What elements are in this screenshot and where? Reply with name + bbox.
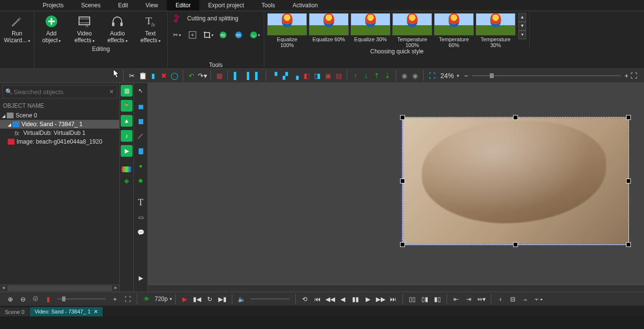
dist-h-button[interactable]: ◧ bbox=[301, 70, 312, 81]
prev-frame-button[interactable]: ▮◀ bbox=[191, 294, 204, 304]
cut-button[interactable]: ✂ bbox=[127, 70, 137, 81]
quick-style-1[interactable]: Equalize 60% bbox=[309, 13, 349, 48]
marker-b-button[interactable]: ▯▮ bbox=[419, 294, 431, 304]
tree-node-1[interactable]: ◢ Video: Sand - 73847_ 1 bbox=[0, 120, 119, 129]
crop-button[interactable] bbox=[203, 30, 213, 40]
sidebar-hscroll[interactable]: ◄► bbox=[0, 284, 119, 292]
tl-fit-button[interactable]: ⦾ bbox=[29, 294, 42, 304]
layers-a-button[interactable]: ◉ bbox=[399, 70, 410, 81]
canvas[interactable] bbox=[148, 83, 644, 292]
selected-clip[interactable] bbox=[402, 117, 629, 245]
quick-style-3[interactable]: Temperature100% bbox=[392, 13, 432, 48]
fit-button[interactable]: ⛶ bbox=[427, 70, 437, 81]
search-box[interactable]: 🔍 ✕ bbox=[2, 85, 117, 99]
menu-edit[interactable]: Edit bbox=[109, 0, 137, 11]
move-tool-button[interactable]: ✥ bbox=[121, 176, 132, 187]
menu-projects[interactable]: Projects bbox=[34, 0, 72, 11]
range-button[interactable]: ⇔▾ bbox=[475, 294, 488, 304]
step-fwd-button[interactable]: ▶ bbox=[362, 294, 374, 304]
menu-editor[interactable]: Editor bbox=[167, 0, 199, 11]
marker-c-button[interactable]: ▮▯ bbox=[431, 294, 444, 304]
tl-marker-button[interactable]: ▮ bbox=[42, 294, 54, 304]
snap-b-button[interactable]: ⊟ bbox=[507, 294, 519, 304]
move-down-button[interactable]: ↓ bbox=[361, 70, 371, 81]
menu-scenes[interactable]: Scenes bbox=[72, 0, 109, 11]
quick-style-4[interactable]: Temperature60% bbox=[434, 13, 474, 48]
sel-a-button[interactable]: ▣ bbox=[322, 70, 333, 81]
rotate-90-right-button[interactable]: 90 bbox=[234, 30, 244, 40]
layers-b-button[interactable]: ◉ bbox=[410, 70, 420, 81]
phone-button[interactable]: ▮ bbox=[148, 70, 159, 81]
tl-zoom-plus-button[interactable]: + bbox=[109, 294, 121, 304]
rewind-button[interactable]: ◀◀ bbox=[324, 294, 337, 304]
move-up-button[interactable]: ↑ bbox=[350, 70, 361, 81]
tl-expand-button[interactable]: ⛶ bbox=[121, 294, 134, 304]
resize-handle-br[interactable] bbox=[626, 242, 631, 247]
search-clear-button[interactable]: ✕ bbox=[109, 88, 114, 95]
mute-button[interactable]: 🔈 bbox=[235, 294, 248, 304]
playhead-button[interactable]: ▶ bbox=[135, 272, 146, 284]
redo-button[interactable]: ↷▾ bbox=[197, 70, 208, 81]
audio-effects-button[interactable]: Audio effects bbox=[104, 13, 130, 45]
go-start-button[interactable]: ⟲ bbox=[299, 294, 311, 304]
blob-tool-button[interactable]: ✺ bbox=[135, 175, 146, 187]
resize-handle-bm[interactable] bbox=[513, 242, 518, 247]
person-tool-button[interactable]: 🏃 bbox=[121, 100, 132, 112]
out-point-button[interactable]: ⇥ bbox=[463, 294, 475, 304]
preview-eye-button[interactable]: 👁 bbox=[140, 294, 153, 304]
tl-zoom-in-button[interactable]: ⊕ bbox=[4, 294, 16, 304]
play-tool-button[interactable]: ▶ bbox=[121, 145, 132, 157]
rect2-tool-button[interactable]: ▆ bbox=[135, 115, 146, 127]
marker-a-button[interactable]: ▯▯ bbox=[406, 294, 419, 304]
text-effects-button[interactable]: Tfx Text effects bbox=[137, 13, 163, 45]
snap-c-button[interactable]: ⫠ bbox=[519, 294, 532, 304]
rotate-90-left-button[interactable]: 90 bbox=[218, 30, 229, 40]
align-middle-button[interactable]: ▞ bbox=[280, 70, 290, 81]
skip-fwd-button[interactable]: ⏭ bbox=[387, 294, 400, 304]
text-tool-button[interactable]: T bbox=[135, 197, 146, 208]
dist-v-button[interactable]: ◨ bbox=[312, 70, 322, 81]
move-bottom-button[interactable]: ⇣ bbox=[382, 70, 393, 81]
tl-zoom-slider[interactable] bbox=[57, 298, 106, 299]
video-effects-button[interactable]: fx Video effects bbox=[71, 13, 97, 45]
zoom-out-button[interactable]: − bbox=[464, 72, 468, 80]
timeline-tab-close[interactable]: ✕ bbox=[94, 309, 98, 314]
resize-handle-mr[interactable] bbox=[626, 179, 631, 183]
play-button[interactable]: ▶ bbox=[178, 294, 191, 304]
menu-export-project[interactable]: Export project bbox=[199, 0, 253, 11]
zoom-in-button[interactable]: + bbox=[625, 72, 628, 80]
resize-handle-tm[interactable] bbox=[513, 115, 518, 120]
quick-style-2[interactable]: Equalize 30% bbox=[351, 13, 390, 48]
tree-node-2[interactable]: fxVirtualDub: VirtualDub 1 bbox=[0, 129, 119, 137]
skip-back-button[interactable]: ⏮ bbox=[311, 294, 324, 304]
run-wizard-button[interactable]: Run Wizard... bbox=[4, 13, 30, 45]
menu-tools[interactable]: Tools bbox=[253, 0, 284, 11]
snap-d-button[interactable]: ⫟▾ bbox=[532, 294, 545, 304]
music-tool-button[interactable]: ♪ bbox=[121, 130, 132, 142]
sel-b-button[interactable]: ▤ bbox=[333, 70, 344, 81]
ffwd-button[interactable]: ▶▶ bbox=[374, 294, 387, 304]
grid-tool-button[interactable] bbox=[122, 166, 131, 172]
resize-handle-tr[interactable] bbox=[626, 115, 631, 120]
chart-tool-button[interactable]: ▥ bbox=[121, 85, 132, 97]
loop-button[interactable]: ↻ bbox=[204, 294, 216, 304]
resize-handle-bl[interactable] bbox=[400, 242, 405, 247]
tooltip-tool-button[interactable]: ▭ bbox=[135, 212, 146, 223]
add-object-button[interactable]: Add object bbox=[38, 13, 64, 45]
shape-circle-button[interactable]: ◯ bbox=[169, 70, 180, 81]
delete-button[interactable]: ✖ bbox=[159, 70, 169, 81]
move-top-button[interactable]: ⇡ bbox=[371, 70, 382, 81]
volume-slider[interactable] bbox=[251, 298, 290, 299]
paste-button[interactable]: 📋 bbox=[137, 70, 148, 81]
scissors-button[interactable]: ✂ bbox=[172, 30, 182, 40]
rect1-tool-button[interactable]: ▅ bbox=[135, 100, 146, 112]
tl-zoom-out-button[interactable]: ⊖ bbox=[16, 294, 29, 304]
selection-button[interactable]: ▦ bbox=[214, 70, 225, 81]
speech-tool-button[interactable]: 💬 bbox=[135, 227, 146, 238]
tree-node-0[interactable]: ◢ Scene 0 bbox=[0, 111, 119, 120]
canvas-hscroll[interactable] bbox=[148, 284, 644, 292]
step-back-button[interactable]: ◀ bbox=[337, 294, 349, 304]
resize-tool-button[interactable] bbox=[187, 30, 198, 40]
styles-up-button[interactable]: ▲ bbox=[518, 13, 526, 22]
tree-node-3[interactable]: Image: beach-g041e044a8_1920 bbox=[0, 137, 119, 146]
